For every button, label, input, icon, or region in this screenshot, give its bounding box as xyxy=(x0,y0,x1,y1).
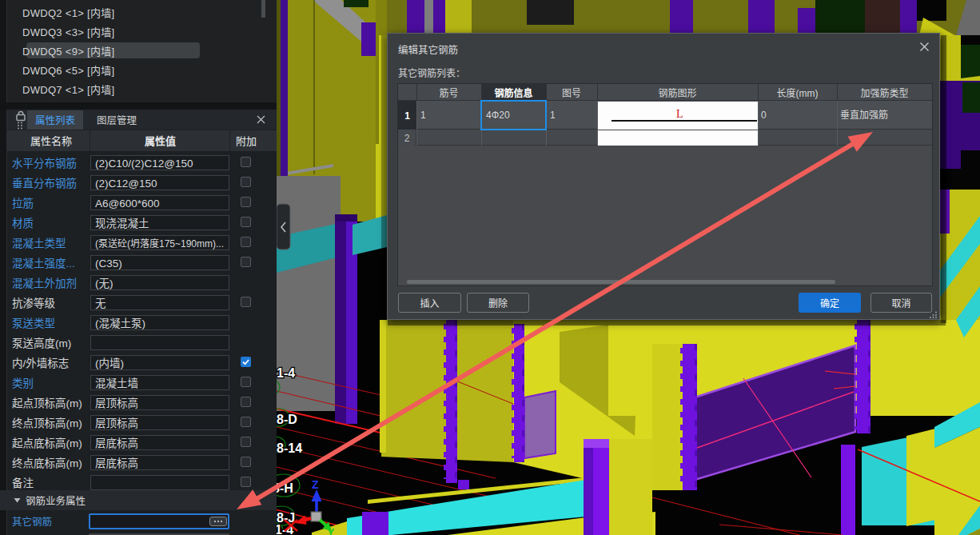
svg-text:Y: Y xyxy=(327,526,335,535)
svg-text:8-H: 8-H xyxy=(277,481,293,495)
svg-text:1-4: 1-4 xyxy=(277,366,295,380)
svg-text:8-D: 8-D xyxy=(277,413,297,426)
svg-text:Z: Z xyxy=(312,478,319,491)
svg-text:8-14: 8-14 xyxy=(277,441,302,455)
